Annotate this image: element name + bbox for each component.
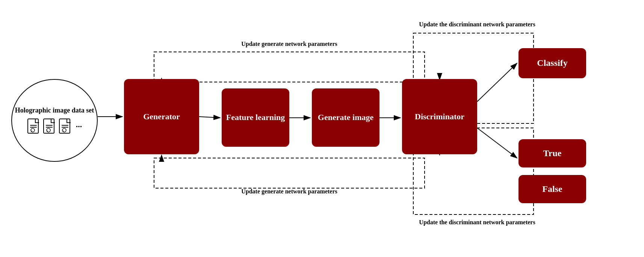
generator-label: Generator	[143, 111, 180, 122]
svg-rect-30	[62, 127, 68, 128]
svg-rect-18	[28, 119, 38, 133]
feature-learning-label: Feature learning	[226, 112, 285, 123]
update-generate-bottom-label: Update generate network parameters	[203, 188, 376, 195]
classify-box: Classify	[519, 48, 586, 78]
false-box: False	[519, 175, 586, 203]
svg-rect-29	[62, 125, 68, 126]
classify-label: Classify	[537, 57, 567, 69]
update-discriminant-top-label: Update the discriminant network paramete…	[398, 21, 556, 28]
svg-rect-28	[59, 119, 70, 133]
ellipse-label: Holographic image data set	[15, 106, 94, 115]
false-label: False	[542, 183, 562, 195]
svg-rect-20	[30, 127, 37, 128]
update-generate-top-label: Update generate network parameters	[203, 41, 376, 47]
generator-box: Generator	[124, 79, 199, 154]
document-icon-1	[27, 118, 41, 135]
svg-rect-25	[46, 127, 53, 128]
generate-image-box: Generate image	[312, 88, 379, 147]
svg-rect-6	[154, 52, 425, 82]
true-box: True	[519, 139, 586, 167]
svg-rect-19	[30, 125, 37, 126]
dots-label: ···	[76, 122, 82, 131]
svg-line-16	[477, 63, 517, 102]
document-icon-2	[43, 118, 56, 135]
svg-line-3	[199, 117, 220, 118]
generate-image-label: Generate image	[318, 112, 373, 123]
svg-rect-24	[46, 125, 53, 126]
svg-line-17	[477, 128, 517, 158]
svg-rect-23	[44, 119, 54, 133]
update-discriminant-bottom-label: Update the discriminant network paramete…	[398, 219, 556, 226]
ellipse-icons: ···	[27, 118, 82, 135]
svg-rect-10	[154, 158, 425, 188]
discriminator-box: Discriminator	[402, 79, 477, 154]
feature-learning-box: Feature learning	[222, 88, 289, 147]
document-icon-3	[59, 118, 72, 135]
data-source-ellipse: Holographic image data set	[11, 79, 98, 162]
discriminator-label: Discriminator	[415, 111, 464, 122]
true-label: True	[543, 148, 562, 159]
diagram-container: Holographic image data set	[0, 0, 644, 257]
